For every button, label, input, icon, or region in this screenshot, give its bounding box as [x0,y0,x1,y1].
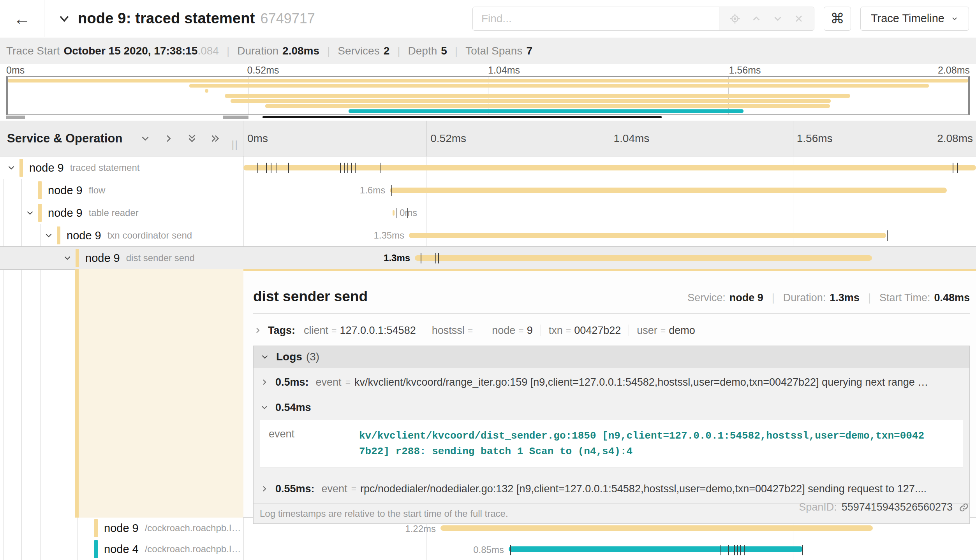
operation-name: /cockroach.roachpb.I… [145,523,241,534]
detail-accent-bar [75,269,79,518]
find-input[interactable] [473,7,719,30]
view-dropdown-button[interactable]: Trace Timeline [860,7,969,31]
tags-label: Tags: [268,325,295,337]
operation-name: /cockroach.roachpb.I… [145,544,241,555]
span-row-txn-coordinator-send[interactable]: node 9 txn coordinator send 1.35ms [0,224,976,247]
duration-label: 0.85ms [473,539,509,560]
chevron-down-icon[interactable] [62,253,72,263]
log-entry-collapsed[interactable]: 0.55ms: event = rpc/nodedialer/nodediale… [254,474,969,503]
trace-id: 6749717 [261,11,315,26]
span-bar[interactable] [415,255,872,261]
chevron-down-icon[interactable] [25,208,35,218]
logs-toggle-header[interactable]: Logs (3) [254,346,969,368]
span-row-table-reader[interactable]: node 9 table reader 0ms [0,202,976,224]
span-rows-children: node 9 /cockroach.roachpb.I… 1.22ms node… [0,518,976,560]
span-row-traced-statement[interactable]: node 9 traced statement [0,156,976,179]
service-name: node 9 [48,184,83,197]
span-detail-title: dist sender send [253,288,368,305]
expand-all-icon[interactable] [210,133,221,144]
span-row-dist-sender-send[interactable]: node 9 dist sender send 1.3ms [0,247,976,269]
log-timestamp: 0.55ms: [275,483,315,495]
minimap-bars [8,77,968,114]
chevron-down-icon[interactable] [44,230,54,241]
trace-collapse-toggle-icon[interactable] [58,12,71,25]
find-prev-icon[interactable] [750,13,762,25]
minimap-tick-labels: 0ms 0.52ms 1.04ms 1.56ms 2.08ms [6,65,970,76]
timeline-column-header: Service & Operation || 0ms [0,121,976,156]
tag-client: client=127.0.0.1:54582 [304,325,416,337]
operation-name: table reader [89,207,139,218]
chevron-down-icon [951,15,958,23]
tag-hostssl: hostssl= [432,325,476,337]
span-bar[interactable] [409,233,886,238]
minimap-canvas[interactable] [6,76,970,115]
tag-txn: txn=00427b22 [549,325,621,337]
service-name: node 9 [67,229,101,242]
log-event-detail: event kv/kvclient/kvcoord/dist_sender.go… [260,420,963,467]
keyboard-shortcuts-button[interactable]: ⌘ [824,7,851,31]
chevron-down-icon [260,352,270,362]
find-next-icon[interactable] [772,13,784,25]
chevron-right-icon [253,326,262,335]
back-button[interactable]: ← [0,0,44,37]
locate-icon[interactable] [729,13,741,25]
span-detail-panel: dist sender send Service:node 9 | Durati… [243,269,976,518]
detail-indent-strip [79,269,243,518]
duration-label: 1.6ms [360,179,390,202]
span-id-value: 5597415943526560273 [842,501,953,513]
deep-link-icon[interactable] [958,502,970,513]
duration-label: 1.35ms [373,224,409,247]
trace-minimap: 0ms 0.52ms 1.04ms 1.56ms 2.08ms [0,64,976,121]
log-timestamp: 0.5ms: [275,376,309,388]
trace-summary-bar: Trace StartOctober 15 2020, 17:38:15.084… [0,38,976,64]
timeline-ruler: 0ms 0.52ms 1.04ms 1.56ms 2.08ms [243,121,976,156]
collapse-one-icon[interactable] [139,133,151,144]
service-operation-header: Service & Operation [7,132,122,146]
log-entry-expanded-header[interactable]: 0.54ms [254,397,969,418]
chevron-down-icon[interactable] [6,163,16,173]
service-name: node 9 [29,162,64,174]
chevron-right-icon [260,484,269,493]
trace-title: node 9: traced statement [78,10,255,26]
minimap-scrollbar[interactable] [262,116,662,118]
span-bar[interactable] [440,525,873,531]
chevron-right-icon [260,377,269,387]
log-field-key: event [322,483,347,495]
view-dropdown-label: Trace Timeline [871,12,944,25]
command-icon: ⌘ [830,11,844,27]
span-bar[interactable] [509,546,803,552]
span-rows: node 9 traced statement node 9 flow 1.6m… [0,156,976,269]
log-field-key: event [316,376,342,388]
service-name: node 9 [104,522,139,535]
log-field-value: kv/kvclient/kvcoord/dist_sender.go:1850 … [359,428,928,459]
expand-one-icon[interactable] [163,133,174,144]
minimap-scrubber-left[interactable] [6,116,25,119]
chevron-down-icon [260,403,269,412]
span-row-node4-batch[interactable]: node 4 /cockroach.roachpb.I… 0.85ms [0,539,976,560]
span-row-flow[interactable]: node 9 flow 1.6ms [0,179,976,202]
span-id-label: SpanID: [799,501,837,513]
tags-toggle-row[interactable]: Tags: client=127.0.0.1:54582 hostssl= no… [253,321,970,339]
operation-name: traced statement [70,162,140,173]
logs-count: (3) [306,351,319,363]
tag-node: node=9 [492,325,533,337]
find-group [472,7,814,31]
column-resizer-handle[interactable]: || [231,139,238,151]
span-bar[interactable] [243,165,976,170]
span-id-row: SpanID: 5597415943526560273 [799,501,970,513]
log-field-value: kv/kvclient/kvcoord/range_iter.go:159 [n… [354,376,928,388]
logs-section: Logs (3) 0.5ms: event = kv/kvclient/kvco… [253,346,970,524]
find-clear-icon[interactable] [793,13,804,24]
page-header: ← node 9: traced statement6749717 [0,0,976,37]
tag-user: user=demo [637,325,695,337]
back-arrow-icon: ← [14,9,31,28]
collapse-all-icon[interactable] [186,133,198,144]
log-field-value: rpc/nodedialer/nodedialer.go:132 [n9,cli… [360,483,927,495]
log-timestamp: 0.54ms [275,402,311,414]
duration-label: 1.3ms [384,247,415,269]
minimap-scrubber-right[interactable] [223,116,248,119]
span-bar[interactable] [390,188,947,193]
span-bar[interactable] [393,210,395,216]
log-entry-collapsed[interactable]: 0.5ms: event = kv/kvclient/kvcoord/range… [254,368,969,397]
service-name: node 4 [104,543,139,556]
